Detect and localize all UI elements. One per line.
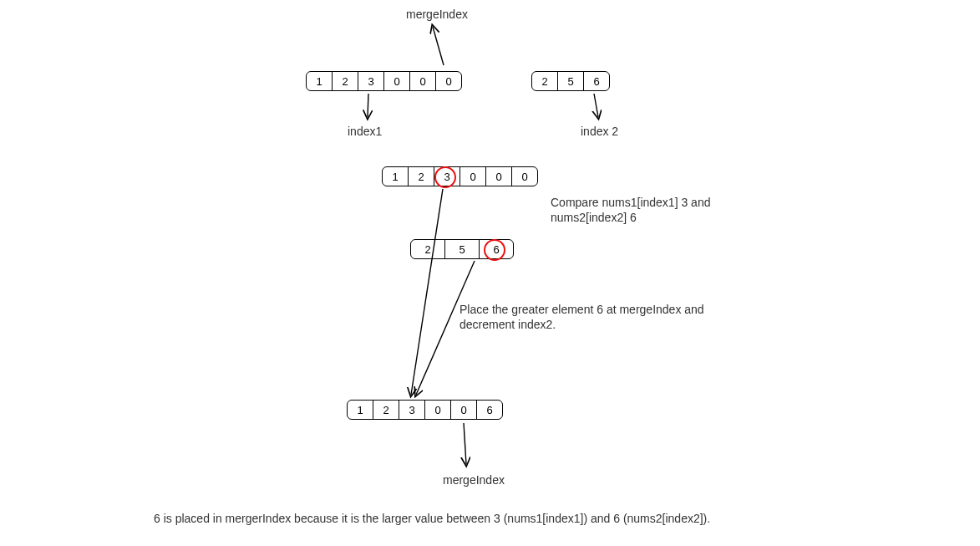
array-cell: 6 — [584, 72, 609, 90]
array-cell: 0 — [436, 72, 461, 90]
arrow-index2 — [594, 94, 598, 117]
array-cell: 3 — [399, 401, 425, 419]
label-compare: Compare nums1[index1] 3 and nums2[index2… — [551, 195, 768, 225]
array-cell: 2 — [411, 240, 445, 258]
array-nums1-bottom: 123006 — [347, 400, 503, 420]
array-cell: 0 — [410, 72, 436, 90]
array-cell: 6 — [480, 240, 513, 258]
array-cell: 1 — [307, 72, 333, 90]
array-cell: 0 — [384, 72, 410, 90]
arrow-mergeindex-top — [433, 27, 444, 65]
array-cell: 2 — [373, 401, 399, 419]
array-cell: 5 — [558, 72, 584, 90]
array-cell: 1 — [348, 401, 373, 419]
arrow-index1 — [368, 94, 368, 117]
array-cell: 0 — [486, 167, 512, 186]
label-place: Place the greater element 6 at mergeInde… — [460, 302, 744, 332]
arrow-mergeindex-bottom — [464, 423, 466, 464]
array-nums2-mid: 256 — [410, 239, 514, 259]
label-index2: index 2 — [581, 124, 618, 139]
arrow-mid1-to-bottom — [411, 189, 443, 395]
arrows-overlay — [0, 0, 980, 546]
label-mergeindex-bottom: mergeIndex — [443, 472, 505, 487]
array-nums1-mid: 123000 — [382, 166, 538, 186]
array-cell: 2 — [532, 72, 558, 90]
caption: 6 is placed in mergerIndex because it is… — [154, 512, 710, 525]
array-nums2-top: 256 — [531, 71, 610, 91]
array-cell: 0 — [451, 401, 477, 419]
label-mergeindex-top: mergeIndex — [406, 7, 468, 22]
array-cell: 3 — [434, 167, 460, 186]
diagram-stage: mergeIndex 123000 256 index1 index 2 123… — [0, 0, 980, 546]
array-nums1-top: 123000 — [306, 71, 462, 91]
array-cell: 0 — [425, 401, 451, 419]
array-cell: 2 — [333, 72, 358, 90]
array-cell: 2 — [409, 167, 434, 186]
array-cell: 1 — [383, 167, 409, 186]
array-cell: 0 — [512, 167, 537, 186]
array-cell: 5 — [445, 240, 480, 258]
array-cell: 0 — [460, 167, 486, 186]
array-cell: 3 — [358, 72, 384, 90]
label-index1: index1 — [348, 124, 382, 139]
array-cell: 6 — [477, 401, 502, 419]
